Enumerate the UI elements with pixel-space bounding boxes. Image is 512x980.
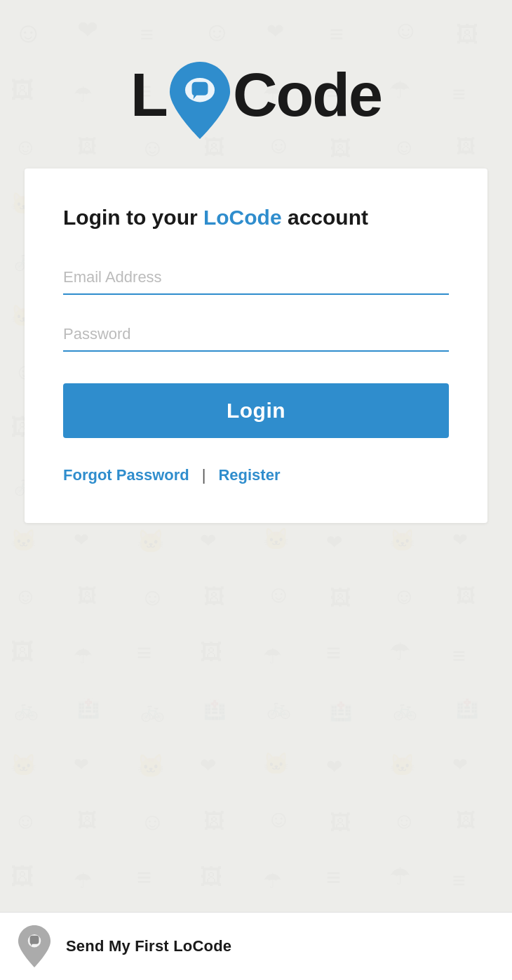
forgot-password-link[interactable]: Forgot Password: [63, 466, 189, 484]
app-logo: L Code: [130, 56, 382, 133]
password-group: [63, 319, 449, 352]
password-input[interactable]: [63, 319, 449, 352]
bottom-bar: Send My First LoCode: [0, 912, 512, 980]
logo-area: L Code: [130, 56, 382, 133]
heading-suffix: account: [282, 206, 368, 229]
links-separator: |: [202, 466, 206, 484]
login-card: Login to your LoCode account Login Forgo…: [25, 168, 487, 523]
logo-suffix: Code: [233, 64, 382, 126]
email-group: [63, 263, 449, 295]
login-button[interactable]: Login: [63, 383, 449, 438]
links-row: Forgot Password | Register: [63, 466, 449, 484]
email-input[interactable]: [63, 263, 449, 295]
logo-pin-icon: [168, 62, 231, 139]
bottom-bar-label: Send My First LoCode: [66, 937, 231, 955]
register-link[interactable]: Register: [218, 466, 280, 484]
login-heading: Login to your LoCode account: [63, 204, 449, 231]
heading-prefix: Login to your: [63, 206, 203, 229]
page-wrapper: L Code Login to your LoCode account Logi…: [0, 0, 512, 980]
bottom-bar-pin-icon: [17, 925, 52, 967]
logo-prefix: L: [130, 64, 167, 126]
heading-brand: LoCode: [203, 206, 282, 229]
